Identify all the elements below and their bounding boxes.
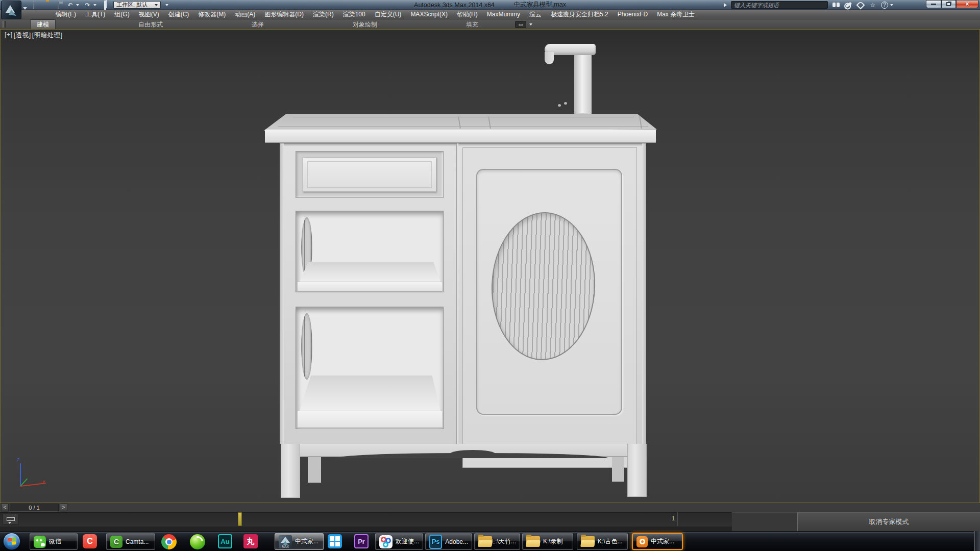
menu-maxscript[interactable]: MAXScript(X): [406, 10, 452, 19]
menu-graph-editors[interactable]: 图形编辑器(D): [260, 10, 308, 19]
project-toggle-icon[interactable]: [101, 2, 109, 9]
menu-views[interactable]: 视图(V): [134, 10, 164, 19]
current-frame-display[interactable]: 0 / 1: [10, 504, 59, 511]
menu-group[interactable]: 组(G): [110, 10, 134, 19]
taskbar-welcome-window[interactable]: 欢迎使...: [375, 533, 423, 550]
frame-tick-label: 1: [672, 515, 675, 521]
drawer-inner-bevel: [307, 161, 432, 188]
3dsmax-logo[interactable]: [1, 1, 21, 19]
help-dropdown-icon[interactable]: [890, 4, 893, 6]
help-icon[interactable]: ?: [881, 2, 888, 9]
communication-icon[interactable]: [856, 1, 865, 9]
ribbon-minimize-button[interactable]: ▭: [515, 21, 526, 28]
open-file-icon[interactable]: [42, 2, 50, 9]
menu-modifiers[interactable]: 修改器(M): [193, 10, 230, 19]
faucet-spout-tip: [545, 52, 554, 64]
taskbar-folder-e-window[interactable]: E:\天竹...: [474, 533, 520, 550]
taskbar-recorder-window[interactable]: 中式家...: [632, 533, 683, 550]
save-icon[interactable]: [54, 2, 62, 9]
search-icon[interactable]: [832, 1, 840, 9]
favorites-star-icon[interactable]: ☆: [869, 1, 877, 9]
leg-front-right: [627, 444, 647, 497]
menu-customize[interactable]: 自定义(U): [370, 10, 406, 19]
taskbar-camtasia-window[interactable]: C Camta...: [106, 533, 155, 550]
title-bar: ↶ ↷ 工作区: 默认 Autodesk 3ds Max 2014 x64 中式…: [0, 0, 980, 10]
taskbar-green-browser[interactable]: [190, 534, 205, 549]
restore-button[interactable]: [941, 0, 956, 8]
menu-slim-archive[interactable]: 极速瘦身安全归档5.2: [546, 10, 613, 19]
taskbar-folder-gu-window[interactable]: K:\古色...: [577, 533, 628, 550]
rings-icon: [379, 535, 393, 548]
close-button[interactable]: ×: [956, 0, 978, 8]
menu-phoenixfd[interactable]: PhoenixFD: [613, 10, 652, 19]
side-louver-bottom: [301, 313, 312, 380]
taskbar-photoshop-window[interactable]: Ps Adobe...: [425, 533, 472, 550]
app-title: Autodesk 3ds Max 2014 x64: [414, 2, 495, 9]
window-controls: ×: [926, 0, 978, 8]
search-toggle-icon[interactable]: [724, 3, 727, 7]
redo-icon[interactable]: ↷: [84, 2, 91, 9]
soap-pump-nub: [564, 102, 567, 105]
menu-edit[interactable]: 编辑(E): [51, 10, 81, 19]
time-slider-handle[interactable]: [238, 512, 242, 526]
taskbar-3dsmax-window[interactable]: MAX 中式家...: [275, 533, 324, 550]
taskbar-label: Adobe...: [445, 538, 468, 545]
taskbar-premiere[interactable]: Pr: [354, 534, 369, 548]
tab-object-paint[interactable]: 对象绘制: [347, 20, 383, 29]
menu-maxmummy[interactable]: MaxMummy: [482, 10, 525, 19]
wechat-icon: [34, 536, 46, 548]
search-input[interactable]: [731, 1, 828, 9]
menu-help[interactable]: 帮助(H): [452, 10, 482, 19]
cabinet-model[interactable]: [1, 30, 979, 503]
undo-icon[interactable]: ↶: [66, 2, 74, 9]
mini-curve-editor-button[interactable]: [3, 514, 19, 524]
window-title: Autodesk 3ds Max 2014 x64 中式家具模型.max: [414, 0, 566, 10]
countertop-groove-back: [293, 117, 633, 117]
taskbar-folder-rec-window[interactable]: K:\录制: [522, 533, 573, 550]
next-frame-button[interactable]: >: [60, 504, 67, 511]
key-icon[interactable]: [844, 1, 852, 9]
workspace-flyout-icon[interactable]: [165, 4, 168, 6]
time-slider-bar: < 0 / 1 >: [0, 503, 980, 512]
tab-populate[interactable]: 填充: [460, 20, 484, 29]
tab-freeform[interactable]: 自由形式: [132, 20, 169, 29]
taskbar-label: 欢迎使...: [396, 537, 419, 546]
show-desktop-button[interactable]: [974, 531, 980, 551]
perspective-viewport[interactable]: [+] [透视] [明暗处理]: [0, 29, 980, 503]
menu-create[interactable]: 创建(C): [164, 10, 194, 19]
blue-tiles-icon: [328, 534, 342, 548]
redo-dropdown-icon[interactable]: [93, 4, 96, 6]
status-panel: [732, 512, 797, 531]
menu-animation[interactable]: 动画(A): [230, 10, 260, 19]
app-menu-arrow-icon[interactable]: [23, 7, 27, 10]
undo-dropdown-icon[interactable]: [76, 4, 79, 6]
folder-icon: [478, 536, 488, 547]
taskbar-video-app[interactable]: [328, 534, 342, 548]
new-file-icon[interactable]: [30, 2, 37, 9]
menu-tools[interactable]: 工具(T): [81, 10, 110, 19]
taskbar-wechat-window[interactable]: 微信: [30, 533, 78, 550]
menu-rendering[interactable]: 渲染(R): [308, 10, 338, 19]
previous-frame-button[interactable]: <: [1, 504, 9, 511]
shelf-floor-top: [300, 262, 440, 282]
taskbar-audition[interactable]: Au: [218, 534, 232, 548]
taskbar-chrome[interactable]: [161, 534, 177, 549]
taskbar-label: E:\天竹...: [491, 537, 516, 546]
taskbar-camtasia-red[interactable]: C: [83, 534, 97, 548]
taskbar-wan-app[interactable]: 丸: [243, 534, 258, 548]
tab-modeling[interactable]: 建模: [30, 19, 56, 29]
start-button[interactable]: [3, 533, 20, 550]
minimize-button[interactable]: [926, 0, 941, 8]
leg-front-left: [281, 444, 300, 498]
desktop: ↶ ↷ 工作区: 默认 Autodesk 3ds Max 2014 x64 中式…: [0, 0, 980, 551]
menu-antivirus[interactable]: Max 杀毒卫士: [652, 10, 699, 19]
menu-rendercloud[interactable]: 渲云: [525, 10, 546, 19]
ribbon-grip[interactable]: [3, 21, 6, 28]
taskbar-label: K:\古色...: [598, 537, 623, 546]
drawer-face: [303, 157, 436, 192]
tab-selection[interactable]: 选择: [246, 20, 270, 29]
menu-render100[interactable]: 渲染100: [338, 10, 370, 19]
workspace-selector[interactable]: 工作区: 默认: [113, 1, 161, 9]
cancel-expert-mode-button[interactable]: 取消专家模式: [797, 512, 980, 531]
ribbon-minimize-dropdown-icon[interactable]: [529, 23, 532, 26]
